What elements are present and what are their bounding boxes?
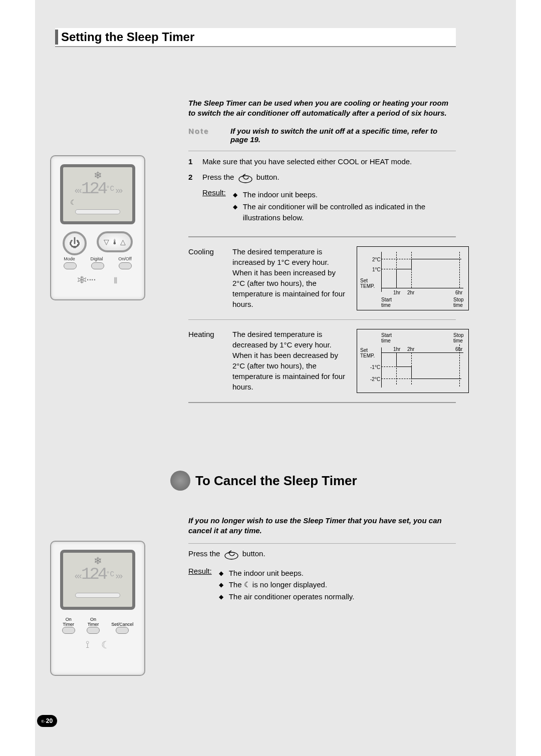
cooling-label: Cooling bbox=[188, 246, 223, 310]
page-number: 20 bbox=[46, 717, 53, 724]
remote-lcd: ❄ «‹124°C›» ☾ bbox=[60, 164, 135, 224]
svg-point-5 bbox=[228, 553, 229, 554]
cooling-graph: 2°C 1°C Set TEMP. 1hr 2hr 6hr Start time… bbox=[357, 246, 469, 310]
remote-illustration-1: ❄ «‹124°C›» ☾ ⏻ ▽ 🌡 △ Mode Digital On/Of… bbox=[50, 155, 145, 300]
section1-body: The Sleep Timer can be used when you are… bbox=[188, 98, 456, 408]
off-timer-label: On Timer bbox=[87, 617, 100, 627]
lcd-temperature-2: «‹124°C›» bbox=[63, 567, 132, 584]
heating-desc: The desired temperature is decreased by … bbox=[232, 329, 348, 393]
step-number-1: 1 bbox=[188, 156, 195, 167]
remote-lcd-2: ❄ «‹124°C›» bbox=[60, 550, 135, 610]
remote-illustration-2: ❄ «‹124°C›» On Timer On Timer Set/Cancel… bbox=[50, 541, 145, 676]
subheading-bullet-icon bbox=[170, 471, 190, 491]
heating-label: Heating bbox=[188, 329, 223, 393]
step-text-2: Press the button. bbox=[202, 172, 280, 183]
note-text: If you wish to switch the unit off at a … bbox=[230, 127, 456, 144]
divider bbox=[188, 543, 456, 544]
lcd-bar bbox=[75, 593, 120, 598]
on-timer-label: On Timer bbox=[62, 617, 75, 627]
sleep-button-icon bbox=[224, 549, 238, 560]
onoff-label: On/Off bbox=[118, 256, 131, 261]
step-number-2: 2 bbox=[188, 172, 195, 183]
sleep-icon-faded: ☾ bbox=[101, 639, 110, 651]
digital-button bbox=[91, 262, 104, 269]
temp-up-down: ▽ 🌡 △ bbox=[97, 231, 133, 252]
result-list: The indoor unit beeps. The air condition… bbox=[233, 189, 456, 223]
onoff-button bbox=[119, 262, 132, 269]
result-item-1: The indoor unit beeps. bbox=[233, 189, 456, 200]
result2-item-2: The ☾ is no longer displayed. bbox=[219, 579, 456, 590]
result-label: Result: bbox=[188, 567, 212, 603]
cooling-desc: The desired temperature is increased by … bbox=[232, 246, 348, 310]
power-button: ⏻ bbox=[63, 231, 87, 255]
section2-intro: If you no longer wish to use the Sleep T… bbox=[188, 516, 456, 536]
result-label: Result: bbox=[202, 188, 226, 224]
set-cancel-button bbox=[116, 627, 129, 634]
step-text-1: Make sure that you have selected either … bbox=[202, 156, 412, 167]
on-timer-button bbox=[62, 627, 75, 634]
result-item-2: The air conditioner will be controlled a… bbox=[233, 201, 456, 223]
svg-point-1 bbox=[243, 175, 244, 176]
subheading-wrap: To Cancel the Sleep Timer bbox=[170, 471, 357, 491]
mode-label: Mode bbox=[64, 256, 75, 261]
heating-graph: Start time Stop time Set TEMP. -1°C -2°C… bbox=[357, 329, 469, 393]
page-prefix: E- bbox=[42, 719, 46, 723]
result2-item-3: The air conditioner operates normally. bbox=[219, 591, 456, 602]
press-button-line: Press the button. bbox=[188, 549, 456, 560]
result2-item-1: The indoor unit beeps. bbox=[219, 568, 456, 579]
off-timer-button bbox=[87, 627, 100, 634]
section2-title: To Cancel the Sleep Timer bbox=[195, 473, 357, 489]
mode-icon-faded: ⟟ bbox=[86, 639, 89, 651]
divider-thick bbox=[188, 236, 456, 237]
lcd-temperature: «‹124°C›» bbox=[63, 181, 132, 198]
sleep-button-icon bbox=[238, 172, 252, 183]
svg-point-2 bbox=[242, 176, 243, 177]
divider-thick bbox=[188, 402, 456, 403]
note-label: Note bbox=[188, 127, 218, 144]
louver-icon: ⦀ bbox=[114, 275, 118, 286]
lcd-bar bbox=[75, 209, 120, 214]
section2-body: If you no longer wish to use the Sleep T… bbox=[188, 516, 456, 603]
intro-text: The Sleep Timer can be used when you are… bbox=[188, 98, 456, 119]
svg-point-4 bbox=[229, 551, 230, 552]
digital-label: Digital bbox=[91, 256, 103, 261]
divider bbox=[188, 319, 456, 320]
sleep-icon: ☾ bbox=[70, 198, 132, 206]
set-cancel-label: Set/Cancel bbox=[111, 622, 133, 627]
section-heading-bar: Setting the Sleep Timer bbox=[55, 28, 456, 47]
page-number-badge: E-20 bbox=[37, 715, 57, 727]
heading-accent bbox=[55, 30, 58, 45]
section-title: Setting the Sleep Timer bbox=[61, 30, 194, 44]
divider bbox=[188, 151, 456, 151]
mode-button bbox=[64, 262, 77, 269]
result-list-2: The indoor unit beeps. The ☾ is no longe… bbox=[219, 568, 456, 602]
snowfall-icon: ❄᠁ bbox=[78, 275, 96, 286]
